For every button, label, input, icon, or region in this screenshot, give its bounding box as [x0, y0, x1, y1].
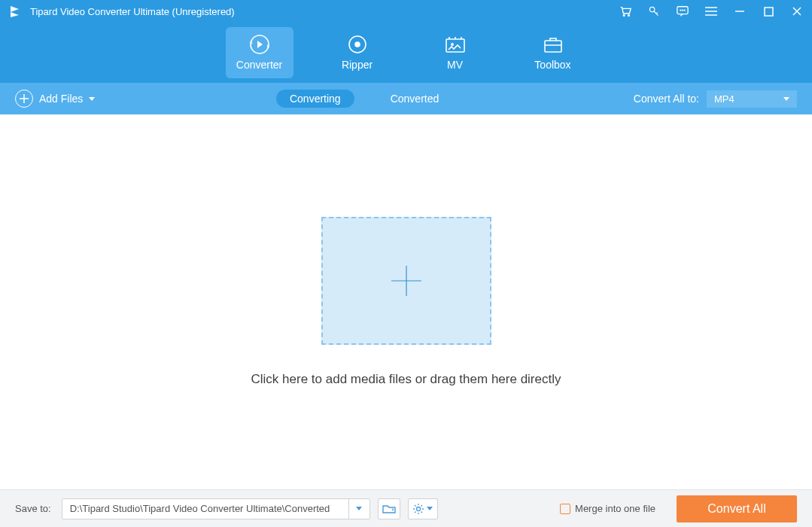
- app-logo-icon: [8, 4, 23, 19]
- nav-toolbox[interactable]: Toolbox: [519, 27, 587, 78]
- toolbar: Add Files Converting Converted Convert A…: [0, 83, 812, 114]
- content-area: Click here to add media files or drag th…: [0, 114, 812, 489]
- svg-rect-11: [765, 8, 773, 16]
- ripper-icon: [347, 35, 368, 54]
- save-to-label: Save to:: [15, 503, 51, 514]
- svg-point-0: [623, 15, 625, 17]
- svg-point-1: [628, 15, 630, 17]
- nav-converter-label: Converter: [236, 59, 282, 71]
- key-icon[interactable]: [646, 4, 661, 19]
- converter-icon: [248, 35, 271, 54]
- main-nav: Converter Ripper MV Toolbox: [0, 23, 812, 83]
- tab-converting[interactable]: Converting: [276, 90, 354, 108]
- settings-button[interactable]: [408, 498, 438, 519]
- nav-ripper-label: Ripper: [342, 59, 373, 71]
- convert-all-to: Convert All to: MP4: [634, 90, 797, 108]
- maximize-button[interactable]: [761, 4, 776, 19]
- svg-point-2: [649, 7, 654, 11]
- dropzone-text: Click here to add media files or drag th…: [251, 372, 561, 387]
- save-path-value: D:\Tipard Studio\Tipard Video Converter …: [62, 503, 348, 514]
- save-path-dropdown[interactable]: [348, 498, 370, 519]
- tab-converted-label: Converted: [391, 93, 439, 105]
- chevron-down-icon: [427, 507, 433, 510]
- chevron-down-icon: [89, 97, 95, 101]
- feedback-icon[interactable]: [675, 4, 690, 19]
- dropzone[interactable]: [321, 217, 491, 345]
- titlebar: Tipard Video Converter Ultimate (Unregis…: [0, 0, 812, 23]
- format-select[interactable]: MP4: [707, 90, 797, 108]
- save-path-box: D:\Tipard Studio\Tipard Video Converter …: [62, 498, 370, 519]
- add-files-label: Add Files: [39, 93, 83, 105]
- menu-icon[interactable]: [704, 4, 719, 19]
- convert-all-label: Convert All: [707, 502, 765, 516]
- nav-mv-label: MV: [447, 59, 463, 71]
- nav-mv[interactable]: MV: [421, 27, 489, 78]
- plus-icon: [384, 258, 429, 303]
- svg-point-16: [355, 42, 360, 47]
- nav-converter[interactable]: Converter: [226, 27, 293, 78]
- merge-label: Merge into one file: [575, 503, 655, 514]
- svg-point-18: [451, 43, 454, 46]
- tab-converting-label: Converting: [290, 93, 341, 105]
- svg-point-24: [417, 507, 421, 510]
- chevron-down-icon: [356, 507, 362, 510]
- bottombar: Save to: D:\Tipard Studio\Tipard Video C…: [0, 489, 812, 527]
- nav-ripper[interactable]: Ripper: [324, 27, 391, 78]
- tab-converted[interactable]: Converted: [377, 90, 453, 108]
- plus-circle-icon: [15, 90, 33, 108]
- svg-point-5: [683, 10, 683, 11]
- status-tabs: Converting Converted: [95, 90, 633, 108]
- checkbox-icon: [560, 504, 570, 514]
- chevron-down-icon: [783, 97, 789, 101]
- convert-all-button[interactable]: Convert All: [677, 495, 797, 522]
- merge-checkbox[interactable]: Merge into one file: [560, 503, 655, 514]
- window-title: Tipard Video Converter Ultimate (Unregis…: [30, 6, 618, 17]
- svg-point-6: [684, 10, 685, 11]
- window-controls: [618, 4, 804, 19]
- open-folder-button[interactable]: [378, 498, 400, 519]
- minimize-button[interactable]: [732, 4, 747, 19]
- svg-point-4: [680, 10, 681, 11]
- convert-all-to-label: Convert All to:: [634, 93, 699, 105]
- format-value: MP4: [714, 93, 734, 105]
- close-button[interactable]: [789, 4, 804, 19]
- svg-rect-19: [545, 41, 561, 52]
- nav-toolbox-label: Toolbox: [534, 59, 570, 71]
- add-files-button[interactable]: Add Files: [15, 90, 95, 108]
- cart-icon[interactable]: [618, 4, 633, 19]
- toolbox-icon: [543, 35, 564, 54]
- mv-icon: [445, 35, 466, 54]
